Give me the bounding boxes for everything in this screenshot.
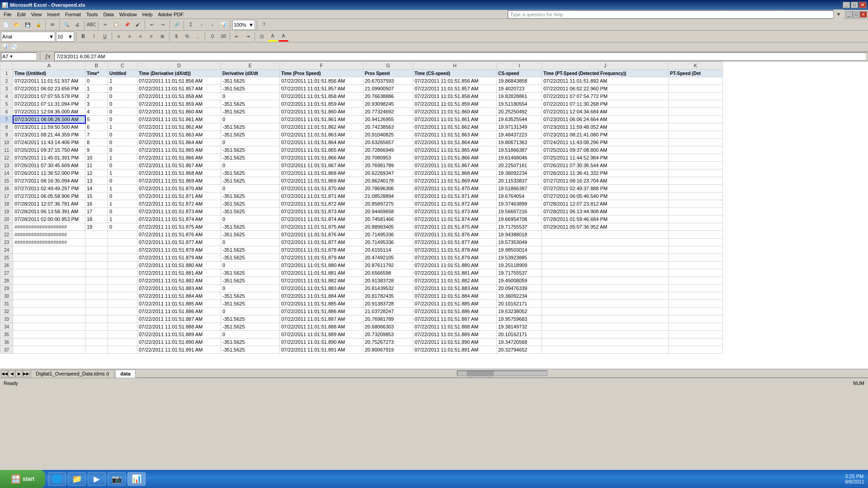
cell-9-7[interactable]: 07/22/2011 11:01:51.863 AM (413, 131, 497, 139)
row-header-34[interactable]: 34 (0, 323, 13, 331)
cell-22-10[interactable] (669, 231, 723, 239)
row-header-16[interactable]: 16 (0, 185, 13, 192)
cell-9-9[interactable]: 07/23/2011 08:21:41.080 PM (542, 131, 669, 139)
cell-35-7[interactable]: 07/22/2011 11:01:51.889 AM (413, 331, 497, 338)
cell-21-3[interactable]: 07/22/2011 11:01:51.875 AM (137, 223, 221, 231)
cell-28-8[interactable]: 19.45008059 (497, 277, 542, 285)
cell-3-10[interactable] (669, 85, 723, 93)
cell-22-8[interactable]: 19.94388018 (497, 231, 542, 239)
cell-15-0[interactable]: 07/27/2011 08:16:35.094 AM (13, 177, 85, 185)
row-header-23[interactable]: 23 (0, 239, 13, 246)
row-header-32[interactable]: 32 (0, 308, 13, 315)
cell-25-4[interactable]: -351.5625 (221, 254, 280, 262)
cell-26-10[interactable] (669, 262, 723, 269)
cell-12-4[interactable]: -351.5625 (221, 154, 280, 162)
copy-button[interactable]: 📋 (111, 20, 121, 30)
menu-data[interactable]: Data (100, 11, 116, 18)
cell-2-5[interactable]: 07/22/2011 11:01:51.856 AM (280, 77, 363, 85)
cell-17-2[interactable]: 0 (108, 192, 137, 200)
cell-28-1[interactable] (85, 277, 108, 285)
menu-help[interactable]: Help (140, 11, 156, 18)
cell-20-1[interactable]: 18 (85, 216, 108, 223)
cell-19-5[interactable]: 07/22/2011 11:01:51.873 AM (280, 208, 363, 216)
cell-19-7[interactable]: 07/22/2011 11:01:51.873 AM (413, 208, 497, 216)
row-header-33[interactable]: 33 (0, 315, 13, 323)
cell-22-7[interactable]: 07/22/2011 11:01:51.876 AM (413, 231, 497, 239)
cell-11-8[interactable]: 19.51866387 (497, 146, 542, 154)
cell-20-7[interactable]: 07/22/2011 11:01:51.874 AM (413, 216, 497, 223)
cell-20-9[interactable]: 07/28/2011 01:59:46.684 PM (542, 216, 669, 223)
cell-19-8[interactable]: 19.56667216 (497, 208, 542, 216)
sort-desc-button[interactable]: ↓ (208, 20, 217, 30)
col-header-J[interactable]: J (542, 62, 669, 70)
cell-30-2[interactable] (108, 292, 137, 300)
cell-33-8[interactable]: 19.95759683 (497, 315, 542, 323)
cell-31-1[interactable] (85, 300, 108, 308)
row-header-24[interactable]: 24 (0, 246, 13, 254)
scrollbar-horizontal[interactable] (137, 369, 868, 378)
cell-26-6[interactable]: 20.87611792 (363, 262, 413, 269)
cell-31-10[interactable] (669, 300, 723, 308)
cell-8-8[interactable]: 19.97131349 (497, 123, 542, 131)
cell-34-7[interactable]: 07/22/2011 11:01:51.888 AM (413, 323, 497, 331)
increase-indent-button[interactable]: ⇥ (243, 32, 253, 42)
cell-22-4[interactable]: -351.5625 (221, 231, 280, 239)
cell-9-8[interactable]: 19.48437223 (497, 131, 542, 139)
cell-11-3[interactable]: 07/22/2011 11:01:51.865 AM (137, 146, 221, 154)
cell-28-6[interactable]: 20.91383728 (363, 277, 413, 285)
align-justify-button[interactable]: ≡ (146, 32, 156, 42)
cell-34-3[interactable]: 07/22/2011 11:01:51.888 AM (137, 323, 221, 331)
cell-36-3[interactable]: 07/22/2011 11:01:51.890 AM (137, 338, 221, 346)
cell-25-9[interactable] (542, 254, 669, 262)
cell-3-7[interactable]: 07/22/2011 11:01:51.857 AM (413, 85, 497, 93)
autosum-button[interactable]: Σ (186, 20, 196, 30)
cell-23-4[interactable]: 0 (221, 239, 280, 246)
row-header-5[interactable]: 5 (0, 100, 13, 108)
cell-17-4[interactable]: -351.5625 (221, 192, 280, 200)
cell-10-1[interactable]: 8 (85, 139, 108, 146)
cell-11-5[interactable]: 07/22/2011 11:01:51.865 AM (280, 146, 363, 154)
cell-35-4[interactable]: 0 (221, 331, 280, 338)
menu-insert[interactable]: Insert (44, 11, 62, 18)
cell-32-2[interactable] (108, 308, 137, 315)
cell-10-0[interactable]: 07/24/2011 11:43:14.406 PM (13, 139, 85, 146)
cell-25-0[interactable] (13, 254, 85, 262)
cell-14-1[interactable]: 12 (85, 169, 108, 177)
cell-34-10[interactable] (669, 323, 723, 331)
cell-13-8[interactable]: 20.22507161 (497, 162, 542, 169)
cell-8-6[interactable]: 20.74238563 (363, 123, 413, 131)
cell-1-6[interactable]: Prox Speed (363, 70, 413, 77)
sheet-tab-1[interactable]: Digital1_Overspeed_Data.tdms (r (31, 370, 114, 378)
cell-27-0[interactable] (13, 269, 85, 277)
cell-2-10[interactable] (669, 77, 723, 85)
cell-10-6[interactable]: 20.63265657 (363, 139, 413, 146)
help-arrow-button[interactable]: ▼ (834, 9, 844, 19)
cell-20-0[interactable]: 07/28/2011 02:00:00.953 PM (13, 216, 85, 223)
col-header-D[interactable]: D (137, 62, 221, 70)
decrease-indent-button[interactable]: ⇤ (232, 32, 242, 42)
italic-button[interactable]: I (89, 32, 99, 42)
cell-28-2[interactable] (108, 277, 137, 285)
cell-19-3[interactable]: 07/22/2011 11:01:51.873 AM (137, 208, 221, 216)
permission-button[interactable]: 🔒 (33, 20, 43, 30)
cell-31-0[interactable] (13, 300, 85, 308)
cell-1-3[interactable]: Time (Derivative (dX/dt)) (137, 70, 221, 77)
cell-5-7[interactable]: 07/22/2011 11:01:51.859 AM (413, 100, 497, 108)
cell-30-7[interactable]: 07/22/2011 11:01:51.884 AM (413, 292, 497, 300)
cell-34-8[interactable]: 19.38149732 (497, 323, 542, 331)
cell-12-8[interactable]: 19.61468046 (497, 154, 542, 162)
cell-35-2[interactable] (108, 331, 137, 338)
cell-33-4[interactable]: -351.5625 (221, 315, 280, 323)
cell-26-8[interactable]: 19.25118909 (497, 262, 542, 269)
cell-14-4[interactable]: -351.5625 (221, 169, 280, 177)
cell-27-3[interactable]: 07/22/2011 11:01:51.881 AM (137, 269, 221, 277)
cell-11-4[interactable]: -351.5625 (221, 146, 280, 154)
cell-10-2[interactable]: 0 (108, 139, 137, 146)
menu-edit[interactable]: Edit (14, 11, 28, 18)
cell-1-4[interactable]: Derivative (dX/dt (221, 70, 280, 77)
cell-7-7[interactable]: 07/22/2011 11:01:51.861 AM (413, 116, 497, 123)
cell-7-2[interactable]: 0 (108, 116, 137, 123)
cell-21-6[interactable]: 20.88983405 (363, 223, 413, 231)
cell-19-6[interactable]: 20.94469658 (363, 208, 413, 216)
menu-file[interactable]: File (1, 11, 14, 18)
